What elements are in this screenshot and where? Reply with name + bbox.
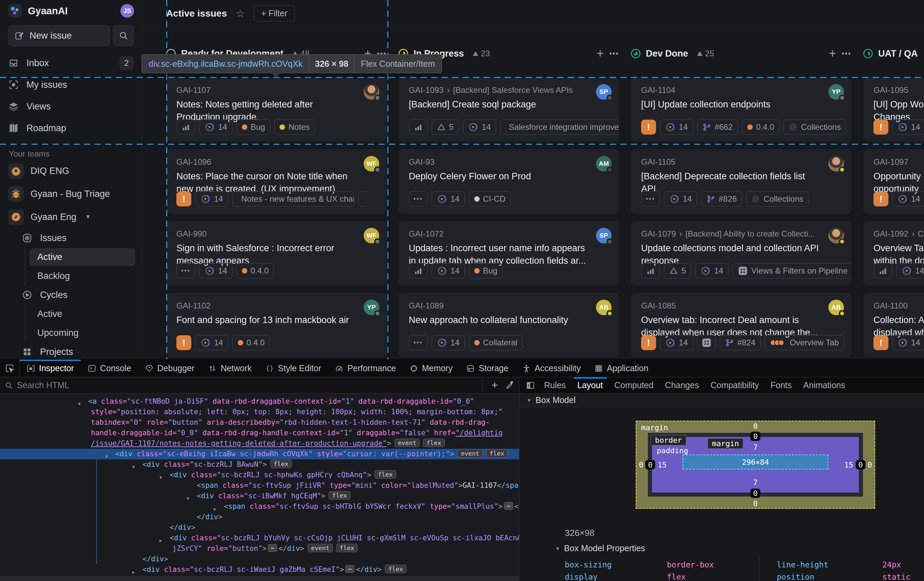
user-avatar[interactable]: JS <box>120 4 134 18</box>
markup-breadcrumb-bar[interactable] <box>0 576 519 581</box>
issue-card[interactable]: GAI-1072Updates : Incorrect user name in… <box>399 221 619 285</box>
assignee-avatar[interactable]: YP <box>828 84 844 100</box>
assignee-avatar[interactable]: AM <box>596 156 612 171</box>
eyedropper-icon[interactable] <box>505 381 514 390</box>
badge-cycle[interactable]: 14 <box>431 335 465 351</box>
issue-card[interactable]: GAI-1095[UI] Opp Wo Changes!14 <box>863 77 924 142</box>
add-issue-button[interactable]: + <box>829 46 836 61</box>
markup-line[interactable]: tabindex="0" role="button" aria-describe… <box>0 417 519 428</box>
badge-label[interactable]: Bug <box>469 263 503 279</box>
flex-event-badge[interactable]: event <box>458 449 483 458</box>
issue-card[interactable]: GAI-1079›[Backend] Ability to create Col… <box>631 221 851 285</box>
sidebar-item-active[interactable]: Active <box>25 304 142 323</box>
urgent-priority-icon[interactable]: ! <box>177 335 191 350</box>
urgent-priority-icon[interactable]: ! <box>641 120 656 135</box>
badge-label[interactable]: 0.4.0 <box>233 335 270 351</box>
markup-line[interactable]: /issue/GAI-1107/notes-notes-getting-dele… <box>0 438 519 449</box>
badge-cycle[interactable]: 14 <box>660 119 693 135</box>
markup-searchbar[interactable]: Search HTML + <box>0 377 519 393</box>
devtools-tab-accessibility[interactable]: Accessibility <box>515 360 587 377</box>
workspace-logo-icon[interactable] <box>8 4 22 18</box>
assignee-avatar[interactable]: SP <box>596 228 612 244</box>
sidebar-team-gyaan-bug-triage[interactable]: Gyaan - Bug Triage <box>0 183 142 205</box>
issue-card[interactable]: GAI-1100Collection: A displayed wh!14 <box>863 293 924 357</box>
sidebar-group-cycles[interactable]: Cycles <box>0 285 142 304</box>
priority-bars-icon[interactable] <box>873 263 893 279</box>
panel-tab-fonts[interactable]: Fonts <box>765 377 798 393</box>
devtools-tab-network[interactable]: Network <box>201 360 259 377</box>
markup-line[interactable]: ▶<span class="sc-ftvSup sc-bHTblG bYSWcr… <box>0 501 519 512</box>
flex-event-badge[interactable]: flex <box>336 544 358 552</box>
box-model-properties-header[interactable]: ▼Box Model Properties <box>555 543 645 553</box>
assignee-avatar[interactable]: WF <box>364 156 379 171</box>
issue-card[interactable]: GAI-1093›[Backend] Salesforce Views APIs… <box>399 77 619 142</box>
issue-card[interactable]: GAI-1092›COverview Ta within the do14 <box>863 221 924 285</box>
css-property-name[interactable]: line-height <box>777 560 828 569</box>
sidebar-item-roadmap[interactable]: Roadmap <box>0 119 142 137</box>
badge-project[interactable]: Salesforce integration improvements <box>500 119 619 135</box>
badge-branch[interactable]: #662 <box>697 119 738 135</box>
panel-tab-layout[interactable]: Layout <box>572 377 609 393</box>
flex-event-badge[interactable]: flex <box>271 460 292 468</box>
css-property-value[interactable]: flex <box>667 573 686 581</box>
sidebar-group-issues[interactable]: Issues <box>0 229 142 247</box>
column-menu-button[interactable]: ••• <box>842 49 851 58</box>
workspace-title[interactable]: GyaanAI <box>28 5 120 16</box>
badge-cycle[interactable]: 14 <box>892 335 924 351</box>
flex-event-badge[interactable]: flex <box>486 449 507 458</box>
flex-event-badge[interactable]: flex <box>329 491 350 500</box>
devtools-tab-application[interactable]: Application <box>587 360 655 377</box>
devtools-tab-debugger[interactable]: Debugger <box>138 360 201 377</box>
collapsed-content-badge[interactable]: ⋯ <box>268 544 277 552</box>
flex-event-badge[interactable]: flex <box>375 470 396 479</box>
css-property-value[interactable]: static <box>882 573 911 581</box>
css-property-name[interactable]: display <box>565 573 598 581</box>
column-menu-button[interactable]: ••• <box>609 49 619 58</box>
css-property-name[interactable]: position <box>777 573 814 581</box>
assignee-avatar[interactable] <box>364 84 379 100</box>
badge-label[interactable]: Notes <box>274 119 315 135</box>
badge-label[interactable]: 0.4.0 <box>742 119 779 135</box>
search-button[interactable] <box>113 25 134 46</box>
assignee-avatar[interactable]: YP <box>364 300 379 315</box>
flex-event-badge[interactable]: event <box>308 544 333 552</box>
css-property-name[interactable]: box-sizing <box>565 560 612 569</box>
sidebar-team-diq-eng[interactable]: DIQ ENG <box>0 160 142 182</box>
markup-line[interactable]: </div> <box>0 512 519 522</box>
issue-card[interactable]: GAI-1104[UI] Update collection endpoints… <box>631 77 851 142</box>
sidebar-item-upcoming[interactable]: Upcoming <box>25 323 142 342</box>
markup-line[interactable]: ▼<a class="sc-ftNBoD ja-DiSF" data-rbd-d… <box>0 396 519 407</box>
priority-bars-icon[interactable] <box>409 119 428 135</box>
badge-cycle[interactable]: 14 <box>195 335 229 351</box>
markup-line[interactable]: ▼<div class="sc-bczRLJ sc-hphwKs gpHCry … <box>0 470 519 480</box>
issue-card[interactable]: GAI-93Deploy Celery Flower on ProdAM•••1… <box>399 149 619 214</box>
issue-card[interactable]: GAI-1107Notes: Notes getting deleted aft… <box>166 77 387 142</box>
sidebar-item-inbox[interactable]: Inbox 2 <box>0 54 142 72</box>
markup-line[interactable]: <span class="sc-ftvSup jFiiVR" type="min… <box>0 480 519 491</box>
sidebar-group-projects[interactable]: Projects <box>0 342 142 361</box>
collapsed-content-badge[interactable]: ⋯ <box>504 502 513 510</box>
markup-line[interactable]: ▶<div class="sc-bczRLJ bYuhVy sc-cCsOjp … <box>0 533 519 543</box>
badge-label[interactable]: Collateral <box>469 335 523 351</box>
priority-bars-icon[interactable] <box>641 263 660 279</box>
devtools-tab-memory[interactable]: Memory <box>403 360 459 377</box>
issue-card[interactable]: GAI-1085Overview tab: Incorrect Deal amo… <box>631 293 851 357</box>
badge-cycle[interactable]: 14 <box>896 263 924 279</box>
badge-more[interactable]: ••• <box>409 191 428 207</box>
urgent-priority-icon[interactable]: ! <box>873 191 888 206</box>
badge-cycle[interactable]: 14 <box>195 191 229 207</box>
badge-cycle[interactable]: 14 <box>431 191 465 207</box>
add-node-button[interactable]: + <box>488 379 502 392</box>
assignee-avatar[interactable]: SP <box>596 84 612 100</box>
markup-line[interactable]: style="position: absolute; left: 0px; to… <box>0 407 519 417</box>
markup-line[interactable]: ▼<div class="sc-iBwMkf hgCEqM">flex <box>0 491 519 501</box>
badge-branch[interactable]: #826 <box>701 191 742 207</box>
sidebar-item-views[interactable]: Views <box>0 98 142 115</box>
issue-card[interactable]: GAI-1089New approach to collateral funct… <box>399 293 619 357</box>
badge-more[interactable]: ••• <box>641 191 660 207</box>
markup-line[interactable]: jZSrCY" role="button">⋯</div>eventflex <box>0 543 519 554</box>
badge-project[interactable]: Notes - new features & UX changes <box>233 191 355 207</box>
badge-cycle[interactable]: 14 <box>431 263 465 279</box>
badge-label[interactable]: 0.4.0 <box>236 263 274 279</box>
flex-event-badge[interactable]: event <box>394 439 420 447</box>
